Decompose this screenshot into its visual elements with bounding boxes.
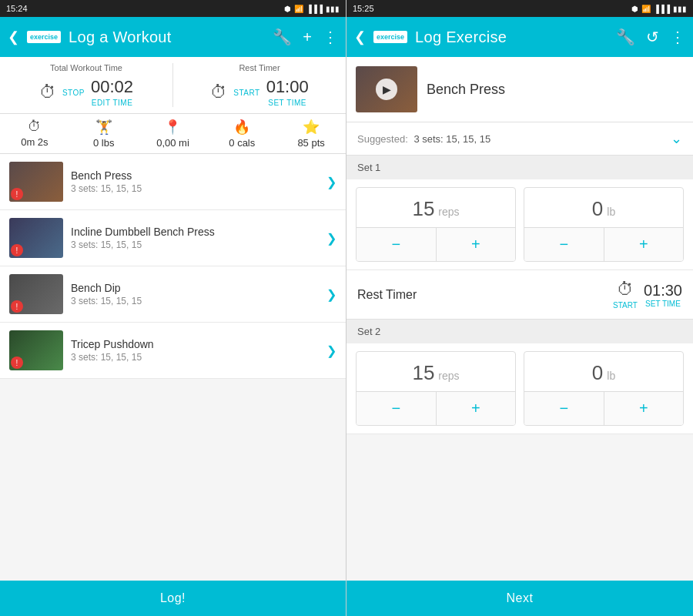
right-status-icons: ⬢ 📶 ▐▐▐ ▮▮▮	[631, 5, 687, 13]
total-workout-timer: Total Workout Time ⏱ STOP 00:02 EDIT TIM…	[0, 63, 173, 107]
total-timer-label: Total Workout Time	[50, 63, 122, 72]
next-button[interactable]: Next	[346, 581, 693, 616]
right-wrench-icon[interactable]: 🔧	[616, 28, 635, 46]
rest-start-label: START	[613, 301, 638, 310]
bench-dip-sets: 3 sets: 15, 15, 15	[71, 296, 319, 306]
set-time-button[interactable]: SET TIME	[268, 99, 306, 107]
exercise-list: ! Bench Press 3 sets: 15, 15, 15 ❯ ! Inc…	[0, 154, 346, 581]
suggested-chevron-icon[interactable]: ⌄	[671, 130, 682, 147]
rest-timer-row: Rest Timer ⏱ START 01:30 SET TIME	[346, 270, 693, 320]
tricep-info: Tricep Pushdown 3 sets: 15, 15, 15	[71, 338, 319, 363]
set1-weight-plus-button[interactable]: +	[604, 228, 684, 261]
wifi-icon: 📶	[294, 5, 303, 13]
timer-section: Total Workout Time ⏱ STOP 00:02 EDIT TIM…	[0, 57, 346, 114]
dots-icon[interactable]: ⋮	[323, 28, 338, 46]
set2-reps-plus-button[interactable]: +	[437, 392, 516, 425]
log-button[interactable]: Log!	[0, 581, 346, 616]
set1-reps-unit: reps	[438, 206, 459, 218]
right-app-bar: ❮ exercise Log Exercise 🔧 ↺ ⋮	[346, 17, 693, 57]
left-status-bar: 15:24 ⬢ 📶 ▐▐▐ ▮▮▮	[0, 0, 346, 17]
right-bluetooth-icon: ⬢	[631, 5, 638, 13]
rest-timer-controls: ⏱ START 01:30 SET TIME	[613, 280, 682, 310]
left-status-icons: ⬢ 📶 ▐▐▐ ▮▮▮	[284, 5, 340, 13]
stop-icon: ⏱	[39, 82, 56, 102]
rest-start-button[interactable]: ⏱ START	[613, 280, 638, 310]
exercise-item-bench-press[interactable]: ! Bench Press 3 sets: 15, 15, 15 ❯	[0, 154, 346, 210]
right-dots-icon[interactable]: ⋮	[670, 28, 685, 46]
left-back-icon[interactable]: ❮	[8, 28, 19, 45]
stat-calories-value: 0 cals	[229, 137, 255, 149]
left-app-logo: exercise	[27, 31, 61, 43]
set2-header: Set 2	[346, 320, 693, 343]
stat-calories: 🔥 0 cals	[207, 119, 276, 149]
right-signal-icon: ▐▐▐	[654, 5, 670, 13]
set1-weight-box: 0 lb − +	[524, 187, 684, 262]
left-time: 15:24	[6, 4, 28, 13]
rest-timer-block: Rest Timer ⏱ START 01:00 SET TIME	[173, 63, 346, 107]
exercise-item-incline[interactable]: ! Incline Dumbbell Bench Press 3 sets: 1…	[0, 210, 346, 266]
plus-icon[interactable]: +	[303, 28, 312, 46]
distance-stat-icon: 📍	[164, 119, 181, 136]
set1-reps-plus-button[interactable]: +	[437, 228, 516, 261]
stat-distance: 📍 0,00 mi	[139, 119, 208, 149]
alert-icon-4: !	[11, 357, 23, 369]
stop-button[interactable]: STOP	[62, 89, 85, 97]
set2-reps-value: 15	[412, 361, 434, 385]
start-button[interactable]: START	[233, 89, 259, 97]
set2-reps-unit: reps	[438, 370, 459, 382]
bench-dip-arrow: ❯	[326, 287, 336, 302]
stat-time: ⏱ 0m 2s	[0, 119, 69, 149]
right-wifi-icon: 📶	[641, 5, 651, 13]
rest-timer-row-label: Rest Timer	[357, 288, 605, 302]
set1-weight-minus-button[interactable]: −	[524, 228, 604, 261]
set2-reps-minus-button[interactable]: −	[357, 392, 437, 425]
set1-controls: 15 reps − + 0 lb − +	[346, 179, 693, 270]
signal-icon: ▐▐▐	[306, 5, 323, 13]
stat-points: ⭐ 85 pts	[276, 119, 346, 149]
right-battery-icon: ▮▮▮	[673, 5, 687, 13]
right-time: 15:25	[353, 4, 374, 13]
incline-arrow: ❯	[326, 231, 336, 246]
points-stat-icon: ⭐	[303, 119, 320, 136]
tricep-arrow: ❯	[326, 343, 336, 358]
set1-header: Set 1	[346, 156, 693, 179]
suggested-label: Suggested: 3 sets: 15, 15, 15	[357, 133, 490, 145]
exercise-item-bench-dip[interactable]: ! Bench Dip 3 sets: 15, 15, 15 ❯	[0, 266, 346, 323]
right-app-icons: 🔧 ↺ ⋮	[616, 28, 685, 46]
set2-weight-minus-button[interactable]: −	[524, 392, 604, 425]
weight-stat-icon: 🏋	[95, 119, 112, 136]
bench-press-thumb: !	[9, 162, 63, 202]
incline-thumb: !	[9, 218, 63, 258]
rest-timer-value: 01:00	[266, 77, 309, 97]
set1-reps-box: 15 reps − +	[356, 187, 516, 262]
bench-press-sets: 3 sets: 15, 15, 15	[71, 183, 319, 194]
battery-icon: ▮▮▮	[326, 5, 340, 13]
right-history-icon[interactable]: ↺	[646, 28, 659, 46]
edit-time-button[interactable]: EDIT TIME	[92, 99, 133, 107]
set2-weight-value: 0	[592, 361, 603, 385]
incline-name: Incline Dumbbell Bench Press	[71, 226, 319, 238]
alert-icon-1: !	[11, 188, 23, 200]
tricep-name: Tricep Pushdown	[71, 338, 319, 350]
rest-clock-icon: ⏱	[617, 280, 634, 300]
rest-set-time-button[interactable]: SET TIME	[645, 300, 681, 308]
alert-icon-2: !	[11, 244, 23, 256]
exercise-title: Bench Press	[427, 82, 684, 98]
set1-reps-minus-button[interactable]: −	[357, 228, 437, 261]
stats-bar: ⏱ 0m 2s 🏋 0 lbs 📍 0,00 mi 🔥 0 cals ⭐ 85 …	[0, 114, 346, 154]
set2-weight-plus-button[interactable]: +	[604, 392, 684, 425]
timer-stat-icon: ⏱	[28, 119, 42, 135]
exercise-video-thumb[interactable]: ▶	[356, 66, 417, 112]
exercise-item-tricep[interactable]: ! Tricep Pushdown 3 sets: 15, 15, 15 ❯	[0, 323, 346, 379]
rest-time-value: 01:30	[644, 282, 682, 300]
suggested-row: Suggested: 3 sets: 15, 15, 15 ⌄	[346, 122, 693, 156]
suggested-value: 3 sets: 15, 15, 15	[413, 133, 490, 145]
tricep-sets: 3 sets: 15, 15, 15	[71, 352, 319, 363]
left-app-title: Log a Workout	[69, 28, 265, 46]
wrench-icon[interactable]: 🔧	[273, 28, 292, 46]
bench-press-info: Bench Press 3 sets: 15, 15, 15	[71, 169, 319, 194]
set2-weight-unit: lb	[607, 370, 615, 382]
stat-weight-value: 0 lbs	[93, 137, 114, 149]
right-back-icon[interactable]: ❮	[354, 28, 366, 45]
play-icon[interactable]: ▶	[376, 79, 397, 100]
